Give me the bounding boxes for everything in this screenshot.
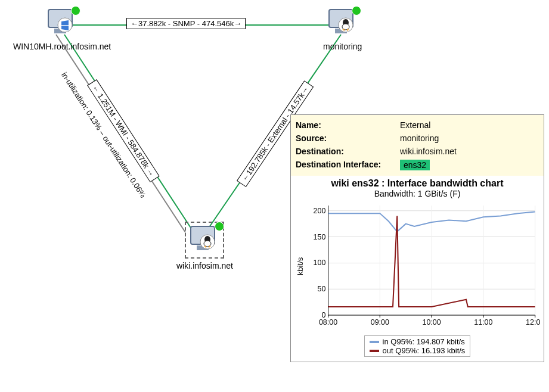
svg-text:10:00: 10:00: [423, 318, 441, 326]
legend-row-out: out Q95%: 16.193 kbit/s: [370, 346, 466, 355]
detail-table: Name: External Source: monitoring Destin…: [291, 115, 544, 176]
node-monitoring[interactable]: monitoring: [323, 7, 362, 51]
link-detail-panel: Name: External Source: monitoring Destin…: [290, 114, 544, 362]
link-label-snmp: ←37.882k - SNMP - 474.546k→: [126, 18, 246, 29]
chart-plot: 05010015020008:0009:0010:0011:0012:00: [305, 201, 540, 332]
legend-swatch-out: [370, 350, 379, 352]
detail-row-destination: Destination: wiki.infosim.net: [296, 145, 539, 158]
svg-text:09:00: 09:00: [371, 318, 389, 326]
svg-text:11:00: 11:00: [474, 318, 492, 326]
status-indicator: [352, 6, 361, 15]
legend-row-in: in Q95%: 194.807 kbit/s: [370, 337, 466, 346]
detail-row-dest-interface: Destination Interface: ens32: [296, 158, 539, 172]
node-label: monitoring: [323, 42, 362, 51]
svg-point-16: [204, 241, 211, 247]
detail-row-name: Name: External: [296, 119, 539, 132]
chart-legend: in Q95%: 194.807 kbit/s out Q95%: 16.193…: [364, 335, 471, 357]
status-indicator: [215, 222, 224, 231]
chart-title: wiki ens32 : Interface bandwidth chart: [294, 178, 540, 189]
detail-row-source: Source: monitoring: [296, 132, 539, 145]
bandwidth-chart: wiki ens32 : Interface bandwidth chart B…: [291, 176, 544, 362]
chart-subtitle: Bandwidth: 1 GBit/s (F): [294, 189, 540, 198]
node-label: wiki.infosim.net: [176, 261, 233, 270]
svg-text:100: 100: [314, 259, 326, 267]
status-indicator: [71, 6, 80, 15]
chart-ylabel: kbit/s: [294, 201, 305, 332]
svg-text:150: 150: [314, 233, 326, 241]
svg-point-11: [342, 24, 349, 30]
svg-text:12:00: 12:00: [526, 318, 540, 326]
legend-swatch-in: [370, 341, 379, 343]
node-label: WIN10MH.root.infosim.net: [13, 42, 111, 51]
svg-text:08:00: 08:00: [319, 318, 337, 326]
svg-text:200: 200: [314, 207, 326, 215]
svg-text:50: 50: [317, 285, 325, 293]
node-win10mh[interactable]: WIN10MH.root.infosim.net: [13, 7, 111, 51]
node-wiki[interactable]: wiki.infosim.net: [176, 222, 233, 270]
